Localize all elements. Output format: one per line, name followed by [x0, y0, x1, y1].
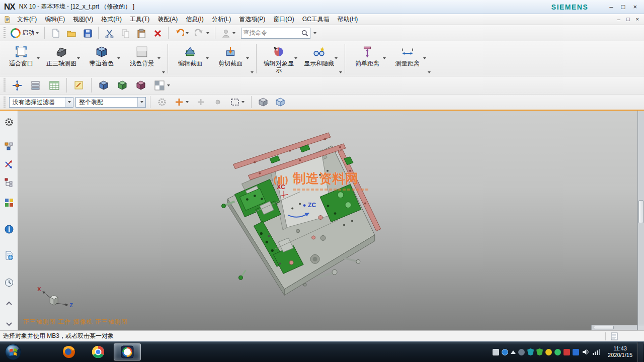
point-snap-button[interactable] — [210, 96, 225, 109]
health-icon[interactable] — [554, 349, 561, 355]
update-icon[interactable] — [545, 349, 552, 355]
isometric-view-button[interactable]: 正三轴测图 — [41, 42, 82, 75]
rectangle-select-button[interactable] — [227, 96, 247, 109]
mdi-minimize-button[interactable]: – — [617, 17, 620, 22]
mdi-restore-button[interactable]: □ — [626, 17, 630, 22]
menu-view[interactable]: 视图(V) — [69, 14, 97, 25]
menu-preferences[interactable]: 首选项(P) — [235, 14, 269, 25]
layer-settings-button[interactable] — [27, 78, 44, 93]
graphics-window[interactable]: XC ZC X Z — [18, 111, 644, 330]
hd3d-tools-button[interactable] — [2, 223, 16, 236]
alert-icon[interactable] — [564, 349, 570, 355]
light-background-button[interactable]: 浅色背景 — [122, 42, 162, 75]
expand-tray-icon[interactable] — [511, 350, 516, 354]
menu-help[interactable]: 帮助(H) — [334, 14, 362, 25]
edit-object-display-button[interactable]: 编辑对象显示 — [259, 42, 299, 75]
chevron-down-icon[interactable] — [313, 32, 316, 34]
network-icon[interactable] — [592, 348, 600, 356]
volume-icon[interactable] — [582, 348, 590, 356]
redo-button[interactable] — [192, 27, 212, 40]
shaded-display-button[interactable] — [256, 96, 271, 109]
security-shield-icon[interactable] — [527, 348, 534, 355]
toolbar-grip[interactable] — [4, 78, 6, 92]
taskbar-app-nx-active[interactable] — [114, 343, 141, 360]
selection-scope-combo[interactable]: 整个装配 — [75, 97, 146, 108]
roles-gear-button[interactable] — [2, 116, 16, 129]
part-navigator-button[interactable] — [2, 176, 16, 189]
wireframe-display-button[interactable] — [273, 96, 288, 109]
sidebar-collapse-down-button[interactable] — [2, 317, 16, 330]
assembly-navigator-button[interactable] — [2, 140, 16, 153]
toolbar-grip[interactable] — [4, 27, 6, 39]
measure-distance-button[interactable]: 测量距离 — [387, 42, 428, 75]
history-button[interactable] — [2, 276, 16, 289]
open-file-button[interactable] — [64, 27, 79, 40]
menu-information[interactable]: 信息(I) — [182, 14, 207, 25]
show-hide-button[interactable]: 显示和隐藏 — [299, 42, 339, 75]
help-icon[interactable] — [502, 349, 508, 355]
reuse-library-button[interactable] — [2, 196, 16, 209]
menu-format[interactable]: 格式(R) — [98, 14, 125, 25]
close-button[interactable]: × — [633, 4, 637, 10]
menu-tools[interactable]: 工具(T) — [126, 14, 153, 25]
show-desktop-button[interactable] — [637, 342, 643, 362]
selection-filter-combo[interactable]: 没有选择过滤器 — [9, 97, 73, 108]
settings-icon[interactable] — [518, 349, 525, 355]
taskbar-app-browser[interactable] — [85, 343, 112, 360]
grid-pattern-button[interactable] — [151, 78, 173, 93]
menu-edit[interactable]: 编辑(E) — [41, 14, 68, 25]
start-button[interactable] — [4, 343, 22, 361]
constraint-navigator-button[interactable] — [2, 158, 16, 171]
vertical-scrollbar-thumb[interactable] — [638, 200, 643, 223]
point-tool-button[interactable] — [193, 96, 208, 109]
snap-settings-button[interactable] — [154, 96, 170, 109]
snap-point-button[interactable] — [172, 96, 191, 109]
search-input[interactable] — [243, 30, 301, 37]
part-list-button[interactable] — [46, 78, 63, 93]
copy-button[interactable] — [118, 27, 133, 40]
antivirus-shield-icon[interactable] — [536, 348, 543, 355]
menu-analysis[interactable]: 分析(L) — [208, 14, 235, 25]
start-menu-button[interactable]: 启动 — [8, 27, 41, 40]
mdi-close-button[interactable]: × — [636, 17, 639, 22]
vertical-scrollbar[interactable] — [637, 111, 644, 325]
language-icon[interactable] — [493, 349, 499, 355]
menu-gc-toolbox[interactable]: GC工具箱 — [299, 14, 333, 25]
toolbar-options-icon[interactable] — [428, 71, 431, 73]
horizontal-scrollbar-thumb[interactable] — [594, 326, 614, 329]
cad-model[interactable] — [221, 133, 380, 295]
simple-distance-button[interactable]: 简单距离 — [347, 42, 387, 75]
sidebar-collapse-up-button[interactable] — [2, 297, 16, 310]
component-display-maroon-button[interactable] — [132, 78, 149, 93]
paste-button[interactable] — [134, 27, 149, 40]
shaded-with-edges-button[interactable]: 带边着色 — [82, 42, 122, 75]
cut-button[interactable] — [102, 27, 117, 40]
menu-window[interactable]: 窗口(O) — [270, 14, 297, 25]
toolbar-options-icon[interactable] — [339, 71, 342, 73]
move-component-button[interactable] — [9, 78, 26, 93]
minimize-button[interactable]: – — [609, 4, 613, 10]
search-icon[interactable] — [301, 29, 308, 37]
edit-section-button[interactable]: 编辑截面 — [170, 42, 210, 75]
new-file-button[interactable] — [48, 27, 63, 40]
toolbar-grip[interactable] — [4, 97, 6, 108]
annotation-note-button[interactable] — [70, 78, 88, 93]
horizontal-scrollbar[interactable] — [591, 325, 637, 330]
messenger-icon[interactable] — [573, 349, 579, 355]
status-doc-icon[interactable] — [611, 332, 618, 340]
undo-button[interactable] — [172, 27, 191, 40]
component-display-blue-button[interactable] — [95, 78, 112, 93]
roles-button[interactable] — [218, 27, 238, 40]
component-display-green-button[interactable] — [114, 78, 131, 93]
clip-section-button[interactable]: 剪切截面 — [210, 42, 251, 75]
menu-assemblies[interactable]: 装配(A) — [154, 14, 181, 25]
toolbar-options-icon[interactable] — [162, 71, 165, 73]
toolbar-options-icon[interactable] — [251, 71, 254, 73]
save-button[interactable] — [80, 27, 95, 40]
taskbar-clock[interactable]: 11:43 2020/1/15 — [603, 345, 637, 358]
fit-window-button[interactable]: 适合窗口 — [1, 42, 41, 75]
menu-file[interactable]: 文件(F) — [14, 14, 40, 25]
delete-button[interactable] — [150, 27, 165, 40]
web-browser-button[interactable] — [2, 249, 16, 262]
taskbar-app-firefox[interactable] — [55, 343, 83, 360]
